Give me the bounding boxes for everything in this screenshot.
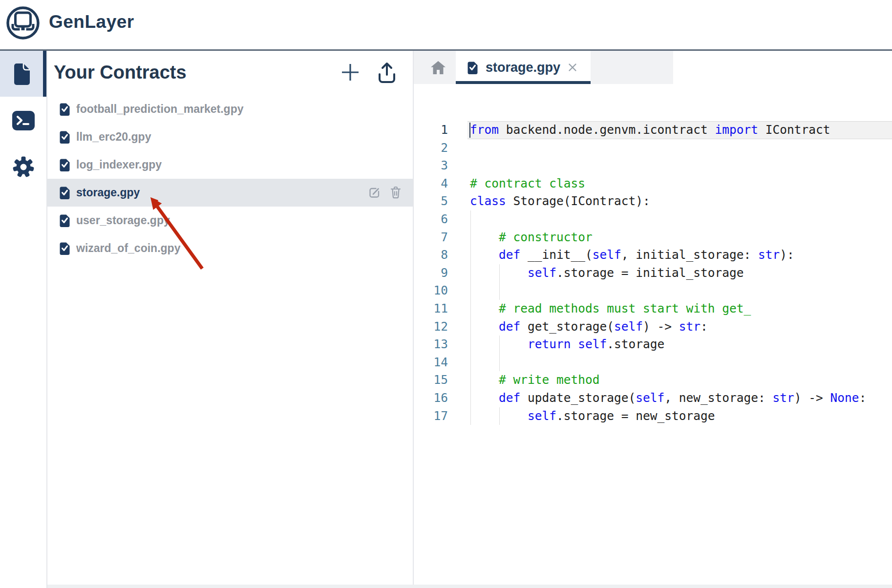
contract-file-name: storage.gpy — [76, 186, 140, 199]
file-check-icon — [59, 103, 71, 116]
contract-file-name: log_indexer.gpy — [76, 158, 162, 171]
sidebar-item-settings[interactable] — [0, 152, 46, 182]
contract-file-list: football_prediction_market.gpy llm_erc20… — [47, 95, 413, 262]
contract-list-item[interactable]: user_storage.gpy — [47, 207, 413, 234]
row-actions — [369, 179, 401, 207]
editor-tab-bar: storage.gpy — [414, 51, 892, 84]
home-icon — [430, 60, 446, 75]
file-check-icon — [59, 214, 71, 227]
sidebar-item-contracts[interactable] — [0, 51, 46, 97]
file-check-icon — [59, 242, 71, 255]
file-check-icon — [59, 186, 71, 199]
contract-list-item[interactable]: storage.gpy — [47, 179, 413, 207]
plus-icon[interactable] — [341, 63, 360, 82]
close-icon[interactable] — [567, 62, 578, 73]
activity-bar — [0, 51, 46, 588]
tab-label: storage.gpy — [486, 60, 560, 75]
app-header: GenLayer — [0, 0, 892, 49]
home-button[interactable] — [421, 51, 456, 84]
contract-list-item[interactable]: llm_erc20.gpy — [47, 123, 413, 151]
gear-icon — [12, 155, 35, 179]
text-cursor — [469, 123, 471, 138]
contract-list-item[interactable]: football_prediction_market.gpy — [47, 95, 413, 123]
code-lines: from backend.node.genvm.icontract import… — [470, 121, 866, 425]
genlayer-simulator-window: GenLayer — [0, 0, 892, 588]
file-icon — [11, 62, 31, 86]
contracts-panel: Your Contracts football_prediction_marke… — [47, 51, 413, 588]
tab-storage-gpy[interactable]: storage.gpy — [456, 51, 591, 84]
contract-list-item[interactable]: wizard_of_coin.gpy — [47, 234, 413, 262]
contract-file-name: llm_erc20.gpy — [76, 130, 151, 144]
code-area[interactable]: 1234567891011121314151617 from backend.n… — [414, 84, 892, 588]
upload-icon[interactable] — [376, 62, 398, 84]
line-number-gutter: 1234567891011121314151617 — [414, 121, 448, 425]
code-editor: storage.gpy 1234567891011121314151617 fr… — [414, 51, 892, 588]
contracts-panel-title: Your Contracts — [54, 62, 187, 83]
contract-list-item[interactable]: log_indexer.gpy — [47, 151, 413, 179]
bottom-scroll-track — [47, 585, 892, 588]
edit-icon[interactable] — [369, 187, 381, 198]
contract-file-name: football_prediction_market.gpy — [76, 103, 244, 116]
trash-icon[interactable] — [390, 186, 401, 199]
active-indicator-bar — [43, 51, 46, 97]
contract-file-name: user_storage.gpy — [76, 214, 170, 227]
file-check-icon — [467, 61, 479, 74]
file-check-icon — [59, 130, 71, 144]
file-check-icon — [59, 158, 71, 171]
terminal-icon — [12, 110, 35, 131]
brand-name: GenLayer — [49, 12, 134, 32]
contract-file-name: wizard_of_coin.gpy — [76, 242, 180, 255]
header-divider — [0, 49, 892, 51]
sidebar-item-terminal[interactable] — [0, 106, 46, 135]
genlayer-logo-icon — [6, 6, 40, 40]
